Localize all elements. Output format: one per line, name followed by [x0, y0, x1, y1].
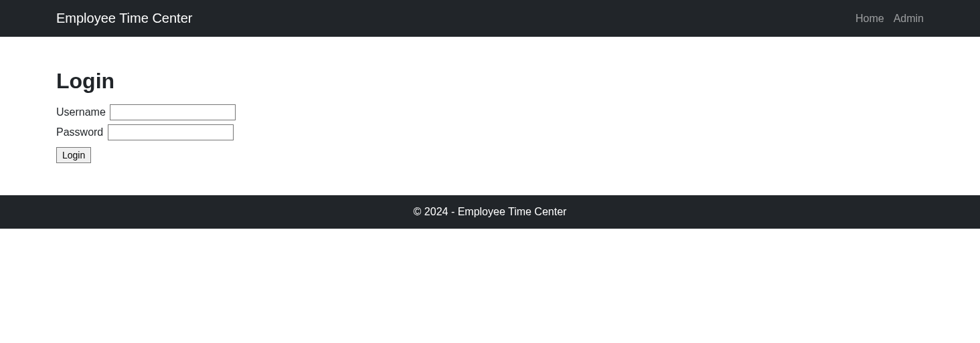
navbar-container: Employee Time Center Home Admin [48, 8, 932, 29]
password-row: Password [56, 124, 924, 140]
login-button[interactable]: Login [56, 147, 91, 163]
page-title: Login [56, 69, 924, 94]
main-content: Login Username Password Login [48, 37, 932, 195]
username-input[interactable] [110, 104, 236, 120]
nav-item: Home [855, 13, 884, 25]
nav-item: Admin [894, 13, 924, 25]
username-row: Username [56, 104, 924, 120]
navbar-brand[interactable]: Employee Time Center [56, 8, 192, 29]
navbar-nav: Home Admin [855, 13, 924, 25]
footer: © 2024 - Employee Time Center [0, 195, 980, 229]
username-label: Username [56, 106, 106, 118]
nav-link-home[interactable]: Home [855, 13, 884, 24]
password-input[interactable] [108, 124, 234, 140]
navbar: Employee Time Center Home Admin [0, 0, 980, 37]
login-form: Username Password Login [56, 104, 924, 163]
nav-link-admin[interactable]: Admin [894, 13, 924, 24]
footer-text: © 2024 - Employee Time Center [414, 206, 567, 217]
password-label: Password [56, 126, 103, 138]
